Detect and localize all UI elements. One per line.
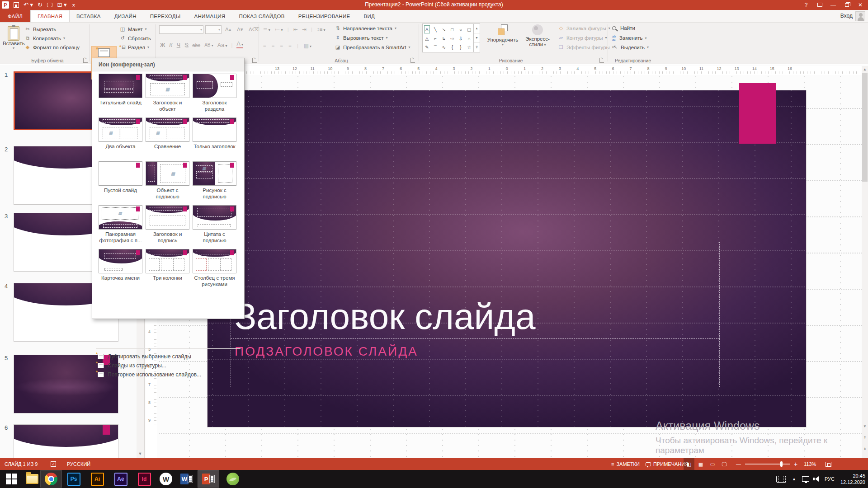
powerpoint-logo-icon[interactable]: P [2, 1, 9, 9]
align-right-icon[interactable]: ≡ [280, 43, 283, 48]
taskbar-green-app[interactable] [222, 471, 243, 487]
layout-option-picture-caption[interactable]: Рисунок с подписью [192, 161, 237, 200]
scroll-up-button[interactable]: ▲ [862, 66, 868, 73]
align-text-button[interactable]: ⇕ Выровнять текст [335, 35, 388, 41]
help-button[interactable]: ? [800, 0, 812, 9]
shape-outline-button[interactable]: ▱ Контур фигуры [558, 35, 607, 41]
main-vertical-scrollbar[interactable]: ▲ ▼ ⇞ ⇟ [862, 66, 868, 458]
reset-button[interactable]: ↺ Сбросить [119, 35, 151, 41]
language-indicator[interactable]: РУССКИЙ [67, 458, 90, 470]
italic-button[interactable]: К [169, 42, 172, 48]
clipboard-dialog-launcher[interactable] [83, 58, 88, 63]
taskbar-photoshop[interactable]: Ps [63, 471, 84, 487]
taskbar-after-effects[interactable]: Ae [110, 471, 131, 487]
normal-view-button[interactable]: ◧ [684, 458, 694, 470]
close-button[interactable]: ✕ [854, 0, 866, 9]
shape-icon-2[interactable]: ↘ [439, 24, 448, 35]
minimize-button[interactable]: — [827, 0, 839, 9]
quick-styles-button[interactable]: Экспресс- стили [523, 24, 552, 47]
change-case-button[interactable]: Аа [217, 42, 227, 48]
ribbon-display-options-button[interactable] [814, 0, 826, 9]
shape-icon-10[interactable]: ⇩ [457, 35, 465, 42]
shape-icon-13[interactable]: ⌒ [431, 43, 440, 52]
shape-icon-12[interactable]: ✎ [423, 43, 431, 52]
shape-icon-0[interactable]: A [424, 25, 430, 33]
shape-icon-3[interactable]: □ [448, 24, 457, 35]
sign-in-link[interactable]: Вход [840, 13, 853, 19]
shape-icon-8[interactable]: ↳ [439, 35, 448, 42]
network-icon[interactable] [802, 476, 809, 482]
taskbar-powerpoint[interactable]: P [198, 471, 219, 487]
shape-icon-11[interactable]: ⌂ [465, 35, 473, 42]
gallery-menu-item-1[interactable]: Слайды из структуры... [92, 361, 244, 370]
columns-icon[interactable]: ▥ [304, 42, 311, 49]
layout-option-title[interactable]: Титульный слайд [98, 74, 143, 106]
show-desktop-button[interactable] [866, 470, 868, 488]
numbering-icon[interactable]: ≔ [275, 26, 283, 33]
subtitle-placeholder[interactable]: ПОДЗАГОЛОВОК СЛАЙДА [231, 339, 720, 387]
taskbar-word[interactable]: W [176, 471, 197, 487]
taskbar-illustrator[interactable]: Ai [87, 471, 108, 487]
thumbnails-scroll-down-button[interactable]: ▼ [137, 450, 144, 457]
spellcheck-icon[interactable]: ✓ [51, 458, 56, 470]
font-dialog-launcher[interactable] [252, 58, 257, 63]
layout-button[interactable]: ◫ Макет [119, 26, 147, 32]
horizontal-ruler[interactable]: 1312111098765432101234567891011121314151… [146, 66, 862, 75]
taskbar-file-explorer[interactable] [22, 471, 42, 487]
increase-indent-icon[interactable]: ⇥ [302, 26, 307, 33]
touch-mode-icon[interactable]: ⊡ ▾ [57, 0, 66, 9]
layout-option-object-caption[interactable]: Объект с подписью [145, 161, 190, 200]
arrange-button[interactable]: Упорядочить ▾ [485, 24, 521, 47]
shape-effects-button[interactable]: ❏ Эффекты фигуры [558, 44, 614, 50]
decrease-indent-icon[interactable]: ⇤ [293, 26, 298, 33]
tab-показ слайдов[interactable]: ПОКАЗ СЛАЙДОВ [232, 10, 291, 22]
tab-вид[interactable]: ВИД [357, 10, 382, 22]
font-name-combobox[interactable] [159, 25, 203, 34]
align-center-icon[interactable]: ≡ [272, 43, 275, 48]
zoom-slider[interactable] [745, 464, 790, 465]
title-placeholder[interactable]: Заголовок слайда [231, 242, 720, 339]
bullets-icon[interactable]: ≣ [263, 26, 270, 33]
shape-icon-14[interactable]: ∿ [439, 43, 448, 52]
restore-button[interactable] [841, 0, 853, 9]
shape-icon-9[interactable]: ⇨ [448, 35, 457, 42]
justify-icon[interactable]: ≡ [288, 43, 292, 48]
customize-qat-icon[interactable]: ⌅ [71, 0, 76, 9]
clock[interactable]: 20:45 12.12.2020 [840, 473, 865, 485]
shape-icon-16[interactable]: } [457, 43, 465, 52]
bold-button[interactable]: Ж [160, 42, 165, 48]
copy-button[interactable]: ⧉ Копировать [24, 35, 65, 41]
fit-to-window-button[interactable] [826, 458, 831, 470]
layout-option-blank[interactable]: Пустой слайд [98, 161, 143, 193]
taskbar-chrome[interactable] [41, 471, 61, 487]
zoom-in-button[interactable]: + [794, 458, 797, 470]
touch-keyboard-icon[interactable] [776, 476, 786, 483]
pink-accent-rectangle[interactable] [739, 83, 776, 144]
layout-option-section[interactable]: Заголовок раздела [192, 74, 237, 112]
input-language[interactable]: РУС [825, 476, 835, 482]
shape-fill-button[interactable]: ◇ Заливка фигуры [558, 25, 610, 31]
tab-дизайн[interactable]: ДИЗАЙН [108, 10, 143, 22]
redo-icon[interactable]: ↻ [38, 0, 42, 9]
layout-option-three-pictures[interactable]: Столбец с тремя рисунками [192, 249, 237, 287]
layout-option-name-card[interactable]: Карточка имени [98, 249, 143, 281]
shape-icon-1[interactable]: ╲ [431, 24, 440, 35]
strikethrough-button[interactable]: abc [192, 42, 200, 48]
paste-button[interactable]: Вставить ▾ [3, 25, 24, 58]
scrollbar-thumb[interactable] [862, 73, 868, 182]
gallery-menu-item-0[interactable]: Дублировать выбранные слайды [92, 352, 244, 361]
shape-icon-5[interactable]: ▢ [465, 24, 473, 35]
zoom-slider-handle[interactable] [780, 461, 783, 467]
cut-button[interactable]: ✂ Вырезать [24, 26, 56, 32]
text-shadow-button[interactable]: S [184, 42, 188, 48]
replace-button[interactable]: abac Заменить [612, 35, 647, 41]
shapes-scroll-down-icon[interactable]: ▼ [474, 33, 480, 42]
find-button[interactable]: Найти [612, 25, 635, 31]
zoom-out-button[interactable]: — [736, 458, 741, 470]
layout-option-title-only[interactable]: Только заголовок [192, 117, 237, 150]
volume-icon[interactable] [815, 476, 819, 482]
shape-icon-15[interactable]: { [448, 43, 457, 52]
shape-icon-6[interactable]: △ [423, 35, 431, 42]
section-button[interactable]: ⊟ Раздел [119, 44, 149, 50]
shape-icon-17[interactable]: ☆ [465, 43, 473, 52]
